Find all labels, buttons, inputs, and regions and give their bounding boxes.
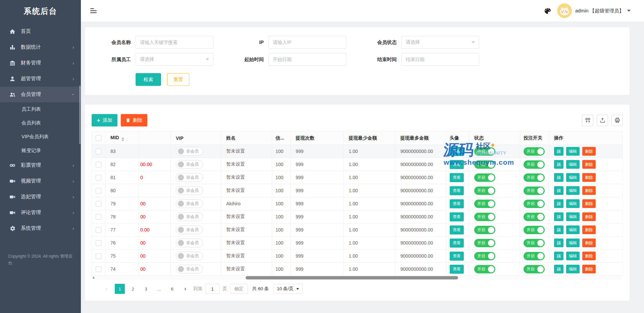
delete-row-button[interactable]: 删除: [582, 265, 596, 273]
kick-button[interactable]: 踢: [554, 252, 563, 260]
row-checkbox[interactable]: [96, 253, 101, 259]
scroll-left-arrow-icon[interactable]: [92, 276, 94, 279]
page-button[interactable]: 6: [167, 284, 177, 294]
edit-button[interactable]: 编辑: [566, 147, 580, 156]
status-toggle[interactable]: 开启: [474, 252, 495, 260]
scrollbar-thumb[interactable]: [246, 276, 458, 279]
bet-toggle[interactable]: 开启: [524, 147, 545, 156]
delete-row-button[interactable]: 删除: [582, 199, 596, 208]
bet-toggle[interactable]: 开启: [524, 213, 545, 221]
bet-toggle[interactable]: 开启: [524, 187, 545, 195]
search-button[interactable]: 检索: [136, 73, 161, 86]
row-checkbox[interactable]: [96, 188, 101, 194]
row-checkbox[interactable]: [96, 240, 101, 246]
kick-button[interactable]: 踢: [554, 186, 563, 195]
kick-button[interactable]: 踢: [554, 173, 563, 182]
bet-toggle[interactable]: 开启: [524, 265, 545, 273]
goto-page-input[interactable]: [205, 284, 219, 294]
view-avatar-button[interactable]: 查看: [450, 239, 464, 248]
kick-button[interactable]: 踢: [554, 147, 563, 156]
sort-icon[interactable]: [121, 137, 124, 141]
delete-row-button[interactable]: 删除: [582, 147, 596, 156]
filter-columns-icon[interactable]: [582, 115, 593, 126]
status-toggle[interactable]: 开启: [474, 160, 495, 169]
view-avatar-button[interactable]: 查看: [450, 212, 464, 221]
add-button[interactable]: + 添加: [92, 114, 117, 126]
sidebar-subitem[interactable]: 账变记录: [0, 144, 81, 157]
next-page-button[interactable]: ›: [180, 284, 190, 294]
row-checkbox[interactable]: [96, 162, 101, 167]
edit-button[interactable]: 编辑: [566, 265, 580, 273]
bet-toggle[interactable]: 开启: [524, 173, 545, 182]
staff-select[interactable]: 请选择: [136, 53, 213, 66]
batch-delete-button[interactable]: 删除: [121, 114, 147, 126]
delete-row-button[interactable]: 删除: [582, 212, 596, 221]
row-checkbox[interactable]: [96, 149, 101, 154]
bet-toggle[interactable]: 开启: [524, 226, 545, 234]
confirm-page-button[interactable]: 确定: [230, 284, 248, 294]
status-toggle[interactable]: 开启: [474, 187, 495, 195]
sidebar-item-home[interactable]: 首页: [0, 23, 81, 39]
row-checkbox[interactable]: [96, 266, 101, 272]
view-avatar-button[interactable]: 查看: [450, 252, 464, 261]
status-toggle[interactable]: 开启: [474, 147, 495, 156]
ip-input[interactable]: [268, 36, 346, 49]
kick-button[interactable]: 踢: [554, 239, 563, 247]
status-toggle[interactable]: 开启: [474, 173, 495, 182]
member-name-input[interactable]: [136, 36, 213, 49]
view-avatar-button[interactable]: 查看: [450, 199, 464, 208]
edit-button[interactable]: 编辑: [566, 225, 580, 234]
end-date-input[interactable]: [401, 53, 479, 66]
menu-toggle-icon[interactable]: [90, 8, 97, 13]
view-avatar-button[interactable]: 查看: [450, 160, 464, 169]
bet-toggle[interactable]: 开启: [524, 239, 545, 247]
select-all-checkbox[interactable]: [96, 135, 101, 141]
delete-row-button[interactable]: 删除: [582, 160, 596, 169]
kick-button[interactable]: 踢: [554, 265, 563, 273]
bet-toggle[interactable]: 开启: [524, 200, 545, 208]
edit-button[interactable]: 编辑: [566, 186, 580, 195]
view-avatar-button[interactable]: 查看: [450, 186, 464, 195]
kick-button[interactable]: 踢: [554, 225, 563, 234]
view-avatar-button[interactable]: 查看: [450, 147, 464, 156]
sidebar-item-comments[interactable]: 评论管理›: [0, 205, 81, 220]
row-checkbox[interactable]: [96, 214, 101, 220]
member-status-select[interactable]: 请选择: [401, 36, 479, 49]
view-avatar-button[interactable]: 查看: [450, 225, 464, 234]
sidebar-item-stats[interactable]: 数据统计›: [0, 39, 81, 55]
kick-button[interactable]: 踢: [554, 160, 563, 169]
edit-button[interactable]: 编辑: [566, 199, 580, 208]
sidebar-scrollbar[interactable]: [79, 86, 81, 144]
delete-row-button[interactable]: 删除: [582, 186, 596, 195]
kick-button[interactable]: 踢: [554, 212, 563, 221]
delete-row-button[interactable]: 删除: [582, 225, 596, 234]
user-menu[interactable]: admin 【超级管理员】: [557, 3, 631, 18]
kick-button[interactable]: 踢: [554, 199, 563, 208]
reset-button[interactable]: 重置: [167, 73, 189, 86]
row-checkbox[interactable]: [96, 201, 101, 207]
edit-button[interactable]: 编辑: [566, 160, 580, 169]
delete-row-button[interactable]: 删除: [582, 252, 596, 260]
status-toggle[interactable]: 开启: [474, 213, 495, 221]
bet-toggle[interactable]: 开启: [524, 160, 545, 169]
start-date-input[interactable]: [268, 53, 346, 66]
edit-button[interactable]: 编辑: [566, 239, 580, 247]
sidebar-subitem[interactable]: 会员列表: [0, 116, 81, 130]
sidebar-item-members[interactable]: 会员管理›: [0, 87, 81, 102]
edit-button[interactable]: 编辑: [566, 173, 580, 182]
sidebar-item-finance[interactable]: 财务管理›: [0, 55, 81, 71]
status-toggle[interactable]: 开启: [474, 239, 495, 247]
status-toggle[interactable]: 开启: [474, 200, 495, 208]
edit-button[interactable]: 编辑: [566, 252, 580, 260]
status-toggle[interactable]: 开启: [474, 265, 495, 273]
prev-page-button[interactable]: ‹: [102, 284, 112, 294]
page-button[interactable]: 2: [128, 284, 138, 294]
theme-palette-icon[interactable]: [544, 7, 551, 15]
sidebar-item-superadmin[interactable]: 超管管理›: [0, 71, 81, 87]
page-size-select[interactable]: 10 条/页: [273, 284, 303, 294]
sidebar-item-system[interactable]: 系统管理›: [0, 220, 81, 236]
page-button[interactable]: 1: [115, 284, 125, 294]
sidebar-item-xuanfei[interactable]: 选妃管理›: [0, 189, 81, 205]
delete-row-button[interactable]: 删除: [582, 173, 596, 182]
edit-button[interactable]: 编辑: [566, 212, 580, 221]
